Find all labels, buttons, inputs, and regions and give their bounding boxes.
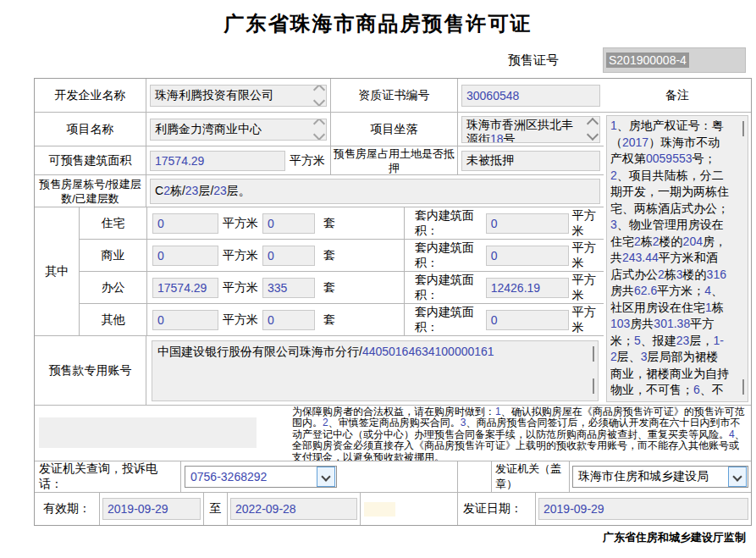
location-value: 珠海市香洲区拱北丰源街18号: [466, 118, 584, 143]
authority-select[interactable]: 珠海市住房和城乡建设局: [572, 466, 748, 488]
chevron-down-icon: [321, 472, 330, 481]
chevron-down-icon[interactable]: [593, 380, 594, 394]
area-input[interactable]: 0: [152, 213, 218, 234]
project-name-input[interactable]: 利腾金力湾商业中心: [150, 119, 327, 141]
permit-no-input[interactable]: S201900008-4: [603, 47, 746, 73]
phone-select[interactable]: 0756-3268292: [185, 466, 337, 488]
empty-input[interactable]: [39, 417, 257, 448]
valid-to-value: 2022-09-28: [235, 502, 296, 516]
area-input[interactable]: 0: [152, 310, 218, 330]
autofill-highlight: [364, 502, 395, 517]
inner-area-value: 0: [491, 217, 498, 230]
units-input[interactable]: 0: [262, 246, 315, 266]
category-label: 商业: [80, 240, 147, 272]
location-input[interactable]: 珠海市香洲区拱北丰源街18号: [461, 116, 600, 143]
sqm-label: 平方米: [572, 208, 600, 239]
issue-date-value: 2019-09-29: [544, 502, 604, 516]
to-label: 至: [204, 493, 228, 525]
area-value: 0: [157, 249, 164, 262]
tao-label: 套: [323, 216, 335, 231]
among-label: 其中: [35, 207, 80, 336]
project-name-spinner[interactable]: [315, 119, 323, 140]
project-name-cell: 利腾金力湾商业中心: [146, 113, 331, 146]
units-input[interactable]: 0: [262, 310, 315, 330]
row-building: 预售房屋栋号/报建层数/已建层数 C2栋/23层/23层。: [35, 175, 604, 207]
valid-to-input[interactable]: 2022-09-28: [230, 498, 357, 520]
chevron-down-icon[interactable]: [313, 129, 325, 141]
scroll-down-icon[interactable]: [742, 381, 744, 395]
authority-value: 珠海市住房和城乡建设局: [578, 469, 709, 484]
row-validity: 有效期： 2019-09-29 至 2022-09-28 发证日期： 2019-…: [35, 493, 751, 525]
row-notice: 为保障购房者的合法权益，请在购房时做到：1、确认拟购房屋在《商品房预售许可证》的…: [35, 406, 751, 461]
area-input[interactable]: 0: [152, 246, 218, 266]
row-developer: 开发企业名称 珠海利腾投资有限公司 资质证书编号 30060548: [35, 79, 604, 113]
row-authority: 发证机关查询，投诉电话： 0756-3268292 发证机关（盖章） 珠海市住房…: [35, 461, 751, 493]
among-values-cell: 0 平方米 0 套: [147, 207, 405, 240]
account-input[interactable]: 中国建设银行股份有限公司珠海市分行/44050164634100000161: [152, 340, 599, 401]
inner-area-input[interactable]: 0: [486, 310, 569, 330]
location-label: 项目坐落: [331, 113, 458, 146]
cert-no-input[interactable]: 30060548: [461, 85, 600, 107]
remark-header: 备注: [604, 79, 751, 113]
sqm-label: 平方米: [572, 305, 600, 335]
issue-date-label: 发证日期：: [458, 493, 536, 525]
row-account: 预售款专用账号 中国建设银行股份有限公司珠海市分行/44050164634100…: [35, 336, 604, 406]
tao-label: 套: [323, 248, 335, 263]
sqm-label: 平方米: [223, 312, 258, 328]
issue-date-input[interactable]: 2019-09-29: [538, 498, 748, 520]
dropdown-button[interactable]: [728, 467, 747, 487]
inner-area-value: 0: [491, 249, 498, 262]
permit-no-label: 预售证号: [508, 52, 559, 69]
developer-input[interactable]: 珠海利腾投资有限公司: [150, 85, 327, 107]
area-input[interactable]: 17574.29: [150, 151, 285, 171]
remark-scrollbox[interactable]: 1、房地产权证号：粤（2017）珠海市不动产权第0059553号； 2、项目共陆…: [606, 115, 748, 402]
scroll-up-icon[interactable]: [742, 123, 744, 136]
units-value: 0: [268, 217, 274, 230]
mortgage-cell: 未被抵押: [458, 146, 604, 175]
valid-to-cell: 2022-09-28: [228, 493, 361, 525]
inner-area-input[interactable]: 0: [486, 213, 569, 234]
authority-cell: 珠海市住房和城乡建设局: [570, 461, 751, 493]
chevron-up-icon[interactable]: [593, 348, 594, 362]
tao-label: 套: [323, 312, 335, 328]
units-input[interactable]: 0: [262, 213, 315, 234]
inner-area-label: 套内建筑面积：: [415, 273, 481, 303]
area-value: 0: [157, 217, 164, 230]
area-input[interactable]: 17574.29: [152, 278, 218, 298]
dropdown-button[interactable]: [317, 467, 335, 487]
area-cell: 17574.29 平方米: [146, 146, 331, 175]
sqm-label: 平方米: [223, 216, 258, 231]
row-project: 项目名称 利腾金力湾商业中心 项目坐落 珠海市香洲区拱北丰源街18号: [35, 113, 604, 146]
building-input[interactable]: C2栋/23层/23层。: [150, 179, 600, 204]
account-cell: 中国建设银行股份有限公司珠海市分行/44050164634100000161: [146, 336, 604, 406]
notice-text: 为保障购房者的合法权益，请在购房时做到：1、确认拟购房屋在《商品房预售许可证》的…: [257, 406, 751, 461]
inner-area-label: 套内建筑面积：: [415, 208, 481, 239]
remark-text: 1、房地产权证号：粤（2017）珠海市不动产权第0059553号； 2、项目共陆…: [610, 118, 729, 400]
among-row-commercial: 商业 0 平方米 0 套 套内建筑面积： 0 平方米: [80, 240, 604, 272]
empty-cell: [361, 493, 458, 525]
among-values-cell: 17574.29 平方米 335 套: [147, 272, 405, 304]
supervisor-caption: 广东省住房和城乡建设厅监制: [603, 530, 746, 545]
account-label: 预售款专用账号: [35, 336, 146, 406]
mortgage-value: 未被抵押: [466, 153, 514, 169]
building-value: C2栋/23层/23层。: [155, 184, 251, 199]
project-name-label: 项目名称: [35, 113, 146, 146]
valid-from-input[interactable]: 2019-09-29: [102, 498, 201, 520]
chevron-down-icon[interactable]: [587, 129, 599, 141]
sqm-label: 平方米: [223, 248, 258, 263]
inner-area-input[interactable]: 12426.19: [486, 278, 569, 298]
project-name-value: 利腾金力湾商业中心: [155, 122, 262, 137]
category-label: 办公: [80, 272, 147, 304]
among-block: 其中 住宅 0 平方米 0 套 套内建筑面积： 0 平方米: [35, 207, 604, 336]
developer-cell: 珠海利腾投资有限公司: [146, 79, 331, 113]
location-spinner[interactable]: [588, 117, 597, 142]
units-input[interactable]: 335: [262, 278, 315, 298]
inner-area-input[interactable]: 0: [486, 246, 569, 266]
permit-no-value: S201900008-4: [606, 52, 689, 68]
inner-area-label: 套内建筑面积：: [415, 305, 481, 335]
chevron-down-icon[interactable]: [313, 95, 325, 107]
remark-column: 备注 1、房地产权证号：粤（2017）珠海市不动产权第0059553号； 2、项…: [604, 79, 751, 406]
validity-label: 有效期：: [35, 493, 100, 525]
developer-spinner[interactable]: [315, 86, 323, 106]
mortgage-input[interactable]: 未被抵押: [461, 151, 600, 171]
